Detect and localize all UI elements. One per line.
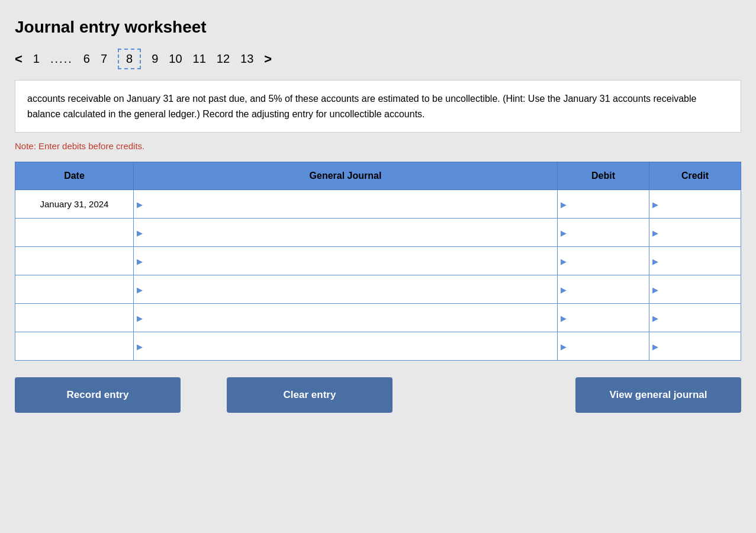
page-6[interactable]: 6 bbox=[83, 52, 90, 66]
journal-cell-5[interactable] bbox=[134, 304, 558, 332]
journal-cell-4[interactable] bbox=[134, 275, 558, 304]
table-row bbox=[15, 332, 741, 361]
journal-input-6[interactable] bbox=[134, 332, 557, 360]
debit-cell-4[interactable] bbox=[558, 275, 649, 304]
debit-input-5[interactable] bbox=[558, 304, 649, 332]
journal-cell-2[interactable] bbox=[134, 219, 558, 247]
page-8-active[interactable]: 8 bbox=[118, 49, 141, 69]
debit-cell-1[interactable] bbox=[558, 190, 649, 219]
journal-cell-1[interactable] bbox=[134, 190, 558, 219]
table-row bbox=[15, 219, 741, 247]
header-journal: General Journal bbox=[134, 162, 558, 190]
credit-cell-4[interactable] bbox=[649, 275, 741, 304]
page-11[interactable]: 11 bbox=[193, 52, 206, 66]
journal-cell-6[interactable] bbox=[134, 332, 558, 361]
table-row bbox=[15, 304, 741, 332]
description-box: accounts receivable on January 31 are no… bbox=[15, 80, 741, 133]
credit-cell-6[interactable] bbox=[649, 332, 741, 361]
table-row bbox=[15, 247, 741, 275]
journal-input-5[interactable] bbox=[134, 304, 557, 332]
credit-input-5[interactable] bbox=[649, 304, 741, 332]
next-arrow[interactable]: > bbox=[264, 52, 272, 67]
description-text: accounts receivable on January 31 are no… bbox=[27, 94, 696, 119]
date-cell-2 bbox=[15, 219, 134, 247]
record-entry-button[interactable]: Record entry bbox=[15, 377, 181, 413]
journal-input-1[interactable] bbox=[134, 190, 557, 218]
debit-input-2[interactable] bbox=[558, 219, 649, 246]
date-cell-5 bbox=[15, 304, 134, 332]
credit-input-6[interactable] bbox=[649, 332, 741, 360]
journal-cell-3[interactable] bbox=[134, 247, 558, 275]
page-10[interactable]: 10 bbox=[169, 52, 182, 66]
date-cell-1: January 31, 2024 bbox=[15, 190, 134, 219]
page-12[interactable]: 12 bbox=[217, 52, 230, 66]
date-cell-6 bbox=[15, 332, 134, 361]
table-row bbox=[15, 275, 741, 304]
credit-input-2[interactable] bbox=[649, 219, 741, 246]
page-9[interactable]: 9 bbox=[152, 52, 158, 66]
journal-input-2[interactable] bbox=[134, 219, 557, 246]
credit-cell-2[interactable] bbox=[649, 219, 741, 247]
page-1[interactable]: 1 bbox=[33, 52, 40, 66]
credit-input-4[interactable] bbox=[649, 275, 741, 303]
page-dots: ..... bbox=[50, 52, 73, 66]
header-credit: Credit bbox=[649, 162, 741, 190]
view-general-journal-button[interactable]: View general journal bbox=[575, 377, 741, 413]
debit-input-3[interactable] bbox=[558, 247, 649, 275]
journal-input-3[interactable] bbox=[134, 247, 557, 275]
date-cell-4 bbox=[15, 275, 134, 304]
debit-cell-3[interactable] bbox=[558, 247, 649, 275]
header-date: Date bbox=[15, 162, 134, 190]
credit-input-3[interactable] bbox=[649, 247, 741, 275]
page-title: Journal entry worksheet bbox=[15, 18, 741, 37]
credit-cell-3[interactable] bbox=[649, 247, 741, 275]
clear-entry-button[interactable]: Clear entry bbox=[227, 377, 393, 413]
page-13[interactable]: 13 bbox=[240, 52, 253, 66]
debit-cell-6[interactable] bbox=[558, 332, 649, 361]
note-text: Note: Enter debits before credits. bbox=[15, 141, 741, 151]
credit-cell-1[interactable] bbox=[649, 190, 741, 219]
debit-input-4[interactable] bbox=[558, 275, 649, 303]
debit-input-1[interactable] bbox=[558, 190, 649, 218]
table-row: January 31, 2024 bbox=[15, 190, 741, 219]
debit-cell-2[interactable] bbox=[558, 219, 649, 247]
prev-arrow[interactable]: < bbox=[15, 52, 22, 67]
buttons-row: Record entry Clear entry View general jo… bbox=[15, 377, 741, 413]
date-cell-3 bbox=[15, 247, 134, 275]
credit-cell-5[interactable] bbox=[649, 304, 741, 332]
debit-input-6[interactable] bbox=[558, 332, 649, 360]
page-7[interactable]: 7 bbox=[101, 52, 107, 66]
debit-cell-5[interactable] bbox=[558, 304, 649, 332]
journal-table: Date General Journal Debit Credit Januar… bbox=[15, 162, 741, 361]
credit-input-1[interactable] bbox=[649, 190, 741, 218]
header-debit: Debit bbox=[558, 162, 649, 190]
journal-input-4[interactable] bbox=[134, 275, 557, 303]
pagination: < 1 ..... 6 7 8 9 10 11 12 13 > bbox=[15, 49, 741, 69]
